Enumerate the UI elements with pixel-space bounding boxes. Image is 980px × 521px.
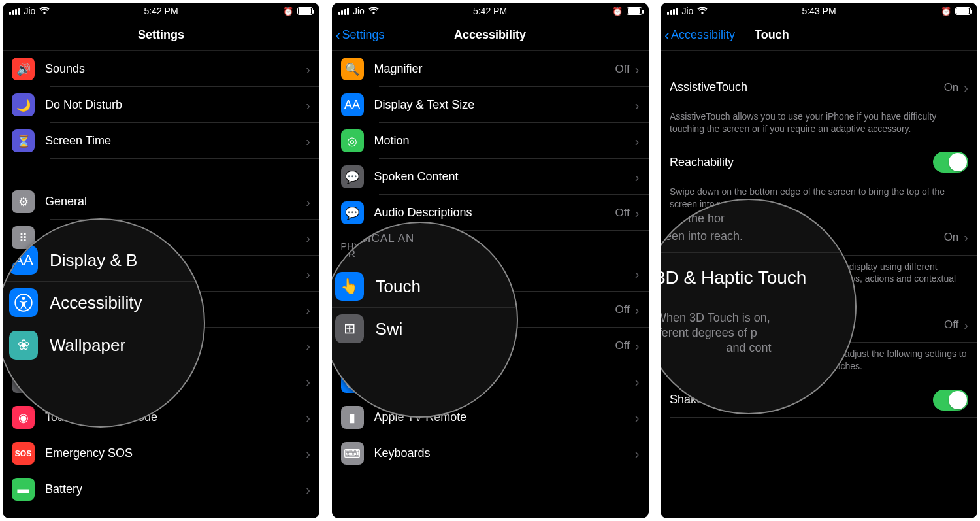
mag-label: Display & B (50, 250, 137, 271)
mag-label: Swi (376, 319, 403, 339)
row-general[interactable]: ⚙ General › (3, 184, 319, 220)
back-button[interactable]: ‹ Settings (332, 27, 385, 43)
flower-icon: ❀ (9, 331, 38, 360)
row-motion[interactable]: ◎ Motion › (332, 123, 649, 159)
motion-icon: ◎ (341, 129, 364, 152)
keyboard-icon: ⌨ (341, 442, 364, 465)
mag-main-label: 3D & Haptic Touch (661, 252, 855, 303)
mag-row-accessibility: Accessibility (3, 282, 204, 324)
chevron-right-icon: › (306, 63, 310, 76)
row-value: Off (615, 303, 629, 316)
row-assistivetouch[interactable]: AssistiveTouch On › (661, 69, 977, 105)
row-value: On (944, 81, 959, 94)
page-title: Accessibility (454, 28, 526, 42)
row-value: Off (615, 339, 629, 352)
row-keyboards[interactable]: ⌨ Keyboards › (332, 435, 649, 471)
chevron-right-icon: › (306, 447, 310, 460)
sounds-icon: 🔊 (12, 58, 35, 80)
row-label: Battery (45, 482, 306, 496)
row-sounds[interactable]: 🔊 Sounds › (3, 51, 319, 87)
chevron-left-icon: ‹ (664, 27, 670, 43)
mag-label: Accessibility (50, 293, 142, 313)
mag-row-switch: ⊞ Swi (332, 308, 517, 350)
mag-label: Wallpaper (50, 335, 125, 356)
svg-point-3 (22, 297, 25, 300)
fingerprint-icon: ◉ (12, 406, 35, 429)
moon-icon: 🌙 (12, 93, 35, 116)
signal-icon (667, 8, 678, 15)
touch-list: AssistiveTouch On › (661, 69, 977, 105)
chevron-right-icon: › (635, 63, 640, 76)
battery-icon (955, 7, 971, 15)
magnifier-callout: AA Display & B Accessibility ❀ Wallpaper (3, 218, 205, 428)
reachability-toggle[interactable] (933, 152, 968, 173)
remote-icon: ▮ (341, 406, 364, 429)
row-screen-time[interactable]: ⏳ Screen Time › (3, 123, 319, 159)
page-title: Settings (138, 28, 184, 42)
screen-accessibility: Jio 5:42 PM ⏰ ‹ Settings Accessibility 🔍… (332, 3, 649, 518)
clock-label: 5:42 PM (144, 6, 178, 16)
row-magnifier[interactable]: 🔍 Magnifier Off › (332, 51, 649, 87)
chevron-right-icon: › (306, 339, 310, 352)
sos-icon: SOS (12, 442, 35, 465)
chevron-right-icon: › (306, 411, 310, 424)
back-button[interactable]: ‹ Accessibility (661, 27, 735, 43)
row-label: Do Not Disturb (45, 98, 306, 112)
back-label: Settings (342, 28, 385, 42)
row-label: Emergency SOS (45, 446, 306, 460)
chevron-right-icon: › (306, 483, 310, 496)
mag-subtext: fferent degrees of p (661, 325, 855, 340)
mag-subtext: and cont (661, 340, 855, 356)
row-value: On (944, 231, 959, 244)
signal-icon (9, 8, 20, 15)
row-label: AssistiveTouch (670, 80, 944, 94)
chevron-right-icon: › (635, 411, 640, 424)
nav-header: ‹ Accessibility Touch (661, 20, 977, 51)
chevron-right-icon: › (306, 135, 310, 148)
nav-header: ‹ Settings Accessibility (332, 20, 649, 51)
alarm-icon: ⏰ (283, 7, 293, 16)
chevron-right-icon: › (635, 135, 640, 148)
mag-label: Touch (376, 277, 421, 297)
battery-icon (297, 7, 313, 15)
status-bar: Jio 5:43 PM ⏰ (661, 3, 977, 20)
page-title: Touch (755, 28, 789, 42)
row-emergency-sos[interactable]: SOS Emergency SOS › (3, 435, 319, 471)
nav-header: Settings (3, 20, 319, 51)
row-label: Sounds (45, 62, 306, 76)
status-bar: Jio 5:42 PM ⏰ (3, 3, 319, 20)
chevron-right-icon: › (306, 375, 310, 388)
row-do-not-disturb[interactable]: 🌙 Do Not Disturb › (3, 87, 319, 123)
row-label: Magnifier (374, 62, 615, 76)
chevron-right-icon: › (635, 339, 640, 352)
section-gap (3, 159, 319, 184)
row-battery[interactable]: ▬ Battery › (3, 471, 319, 507)
chevron-right-icon: › (306, 195, 310, 209)
battery-icon: ▬ (12, 478, 35, 501)
row-label: Reachability (670, 156, 933, 169)
mag-subtext: creen into reach. (661, 229, 855, 252)
row-label: Keyboards (374, 446, 635, 460)
wifi-icon (697, 6, 708, 16)
row-label: Display & Text Size (374, 98, 635, 112)
chevron-right-icon: › (635, 447, 640, 460)
accessibility-icon (9, 288, 38, 317)
shake-toggle[interactable] (933, 390, 968, 411)
row-reachability[interactable]: Reachability (661, 144, 977, 180)
screen-settings: Jio 5:42 PM ⏰ Settings 🔊 Sounds › 🌙 Do N… (3, 3, 319, 518)
row-audio-descriptions[interactable]: 💬 Audio Descriptions Off › (332, 195, 649, 231)
audio-description-icon: 💬 (341, 201, 364, 224)
row-display-text-size[interactable]: AA Display & Text Size › (332, 87, 649, 123)
screen-touch: Jio 5:43 PM ⏰ ‹ Accessibility Touch Assi… (661, 3, 977, 518)
accessibility-list-vision: 🔍 Magnifier Off › AA Display & Text Size… (332, 51, 649, 231)
chevron-right-icon: › (635, 375, 640, 388)
mag-row-touch: 👆 Touch (332, 265, 517, 308)
chevron-right-icon: › (635, 267, 640, 280)
chevron-right-icon: › (306, 303, 310, 316)
row-label: Screen Time (45, 134, 306, 148)
row-value: Off (944, 318, 958, 331)
row-value: Off (615, 207, 629, 220)
chevron-left-icon: ‹ (336, 27, 341, 43)
battery-icon (627, 7, 642, 15)
row-spoken-content[interactable]: 💬 Spoken Content › (332, 159, 649, 195)
